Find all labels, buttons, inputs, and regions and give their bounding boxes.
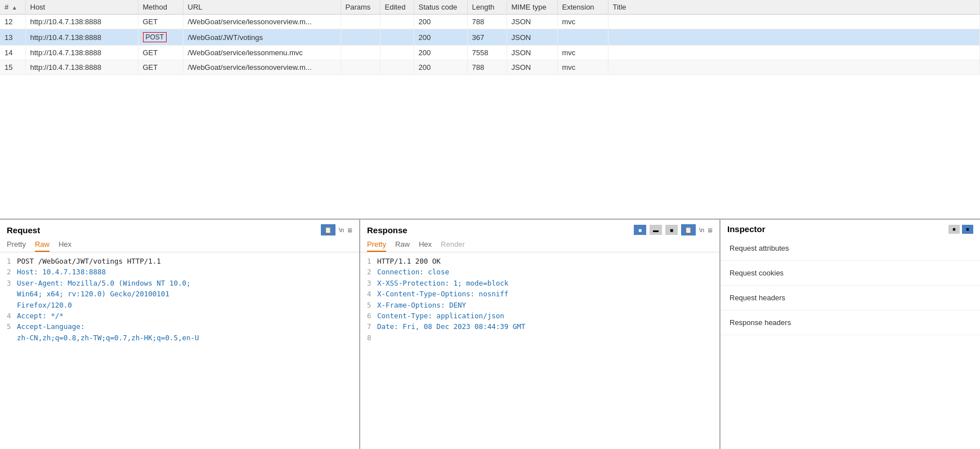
request-line: 2Host: 10.4.7.138:8888: [7, 266, 352, 277]
cell-params: [341, 15, 380, 29]
request-line: 4Accept: */*: [7, 310, 352, 321]
response-wrap-button[interactable]: \n: [699, 226, 704, 233]
line-number: 3: [367, 278, 375, 288]
cell-mime: JSON: [507, 29, 557, 46]
cell-host: http://10.4.7.138:8888: [25, 60, 138, 75]
table-row[interactable]: 12http://10.4.7.138:8888GET/WebGoat/serv…: [0, 15, 980, 29]
request-title: Request: [7, 225, 40, 235]
line-text: Content-Type: application/json: [377, 312, 504, 320]
line-number: 1: [7, 256, 15, 266]
col-status[interactable]: Status code: [414, 0, 467, 15]
tab-request-pretty[interactable]: Pretty: [7, 238, 26, 252]
table-row[interactable]: 15http://10.4.7.138:8888GET/WebGoat/serv…: [0, 60, 980, 75]
col-url[interactable]: URL: [183, 0, 341, 15]
table-row[interactable]: 14http://10.4.7.138:8888GET/WebGoat/serv…: [0, 46, 980, 60]
cell-ext: [557, 29, 608, 46]
cell-edited: [380, 29, 414, 46]
line-text: Connection: close: [377, 268, 449, 276]
inspector-item[interactable]: Request cookies: [721, 261, 980, 286]
inspector-view-btn2[interactable]: ■: [962, 225, 973, 234]
response-line: 7Date: Fri, 08 Dec 2023 08:44:39 GMT: [367, 321, 713, 332]
line-text: Firefox/120.0: [17, 301, 72, 309]
col-method[interactable]: Method: [138, 0, 183, 15]
cell-url: /WebGoat/service/lessonoverview.m...: [183, 15, 341, 29]
response-view-split[interactable]: ■: [665, 225, 678, 235]
line-text: X-XSS-Protection: 1; mode=block: [377, 279, 508, 287]
table-row[interactable]: 13http://10.4.7.138:8888POST/WebGoat/JWT…: [0, 29, 980, 46]
cell-status: 200: [414, 46, 467, 60]
tab-request-raw[interactable]: Raw: [35, 238, 50, 252]
request-line: 1POST /WebGoat/JWT/votings HTTP/1.1: [7, 256, 352, 266]
line-number: 5: [367, 300, 375, 310]
line-text: Date: Fri, 08 Dec 2023 08:44:39 GMT: [377, 322, 525, 331]
line-text: X-Content-Type-Options: nosniff: [377, 290, 508, 298]
request-panel-header: Request 📋 \n ≡: [0, 220, 359, 238]
col-title[interactable]: Title: [608, 0, 980, 15]
request-menu-button[interactable]: ≡: [347, 225, 352, 235]
cell-edited: [380, 60, 414, 75]
cell-url: /WebGoat/service/lessonmenu.mvc: [183, 46, 341, 60]
cell-params: [341, 46, 380, 60]
inspector-header: Inspector ■ ■: [721, 220, 980, 236]
col-params[interactable]: Params: [341, 0, 380, 15]
request-panel: Request 📋 \n ≡ Pretty Raw Hex 1POST /Web…: [0, 220, 360, 449]
col-num[interactable]: # ▲: [0, 0, 25, 15]
tab-request-hex[interactable]: Hex: [59, 238, 71, 252]
response-view-list[interactable]: ▬: [650, 225, 662, 235]
line-text: Host: 10.4.7.138:8888: [17, 268, 106, 276]
cell-mime: JSON: [507, 15, 557, 29]
cell-params: [341, 60, 380, 75]
col-edited[interactable]: Edited: [380, 0, 414, 15]
line-number: 4: [7, 310, 15, 321]
response-toolbar: ■ ▬ ■ 📋 \n ≡: [634, 224, 713, 235]
line-number: 6: [367, 310, 375, 321]
cell-status: 200: [414, 15, 467, 29]
cell-host: http://10.4.7.138:8888: [25, 46, 138, 60]
request-content: 1POST /WebGoat/JWT/votings HTTP/1.12Host…: [0, 252, 359, 449]
response-view-grid[interactable]: ■: [634, 225, 646, 235]
cell-method: GET: [138, 46, 183, 60]
response-tabs: Pretty Raw Hex Render: [360, 238, 719, 252]
inspector-item[interactable]: Request attributes: [721, 236, 980, 261]
cell-ext: mvc: [557, 46, 608, 60]
cell-length: 788: [467, 15, 507, 29]
col-ext[interactable]: Extension: [557, 0, 608, 15]
tab-response-hex[interactable]: Hex: [419, 238, 432, 252]
response-panel: Response ■ ▬ ■ 📋 \n ≡ Pretty Raw Hex Ren…: [360, 220, 721, 449]
cell-status: 200: [414, 29, 467, 46]
tab-response-render[interactable]: Render: [441, 238, 465, 252]
line-text: Accept: */*: [17, 312, 64, 320]
tab-response-raw[interactable]: Raw: [395, 238, 410, 252]
cell-mime: JSON: [507, 46, 557, 60]
cell-title: [608, 15, 980, 29]
cell-mime: JSON: [507, 60, 557, 75]
response-title: Response: [367, 225, 408, 235]
inspector-item[interactable]: Response headers: [721, 310, 980, 335]
cell-length: 7558: [467, 46, 507, 60]
response-line: 1HTTP/1.1 200 OK: [367, 256, 713, 266]
request-tabs: Pretty Raw Hex: [0, 238, 359, 252]
tab-response-pretty[interactable]: Pretty: [367, 238, 386, 252]
method-badge: POST: [143, 32, 167, 42]
request-line: Win64; x64; rv:120.0) Gecko/20100101: [7, 288, 352, 299]
col-length[interactable]: Length: [467, 0, 507, 15]
request-copy-button[interactable]: 📋: [321, 224, 335, 235]
cell-ext: mvc: [557, 60, 608, 75]
line-text: POST /WebGoat/JWT/votings HTTP/1.1: [17, 257, 161, 265]
cell-method: POST: [138, 29, 183, 46]
request-wrap-button[interactable]: \n: [339, 226, 344, 233]
response-content: 1HTTP/1.1 200 OK2Connection: close3X-XSS…: [360, 252, 719, 449]
line-number: 3: [7, 278, 15, 288]
line-number: 5: [7, 321, 15, 332]
cell-host: http://10.4.7.138:8888: [25, 29, 138, 46]
col-host[interactable]: Host: [25, 0, 138, 15]
inspector-item[interactable]: Request headers: [721, 286, 980, 310]
cell-length: 367: [467, 29, 507, 46]
inspector-view-btn1[interactable]: ■: [948, 225, 960, 234]
line-number: 2: [7, 266, 15, 277]
cell-edited: [380, 46, 414, 60]
response-copy-button[interactable]: 📋: [681, 224, 696, 235]
cell-num: 15: [0, 60, 25, 75]
response-menu-button[interactable]: ≡: [708, 225, 713, 235]
col-mime[interactable]: MIME type: [507, 0, 557, 15]
